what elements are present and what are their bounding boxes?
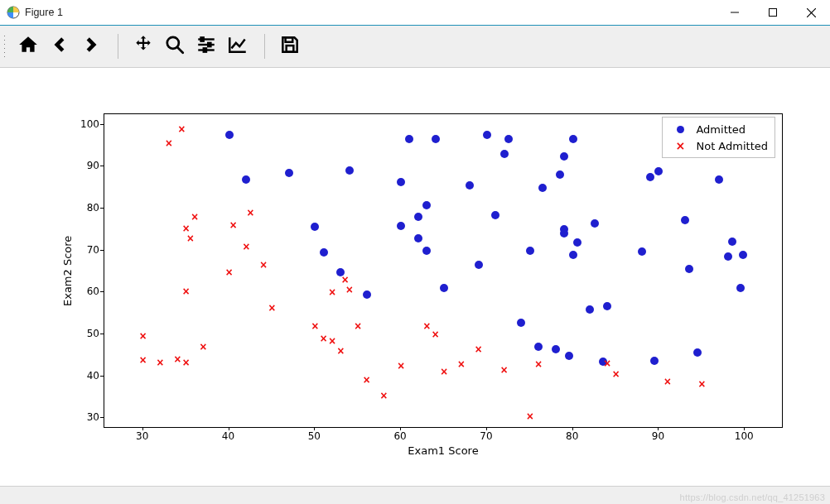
x-tick-label: 100 (735, 430, 754, 442)
window-controls (716, 0, 830, 25)
point-admitted (586, 305, 594, 314)
y-tick-label: 90 (75, 160, 99, 171)
svg-line-6 (177, 47, 183, 53)
svg-rect-10 (201, 37, 204, 41)
scatter-axes (104, 113, 783, 428)
legend-entry-not-admitted: × Not Admitted (669, 137, 768, 154)
point-admitted (560, 152, 568, 161)
pan-button[interactable] (128, 31, 158, 61)
point-not-admitted (533, 359, 543, 369)
forward-button[interactable] (76, 31, 106, 61)
home-button[interactable] (13, 31, 43, 61)
point-admitted (552, 345, 560, 353)
point-admitted (466, 181, 474, 190)
legend-label: Admitted (696, 123, 746, 136)
point-admitted (517, 319, 525, 327)
point-admitted (363, 290, 371, 299)
point-admitted (650, 357, 659, 365)
app-icon (7, 6, 20, 19)
minimize-button[interactable] (716, 0, 754, 25)
point-admitted (491, 211, 499, 219)
configure-subplots-button[interactable] (191, 31, 221, 61)
point-admitted (685, 265, 693, 273)
window-title: Figure 1 (25, 7, 63, 18)
maximize-button[interactable] (754, 0, 792, 25)
point-admitted (320, 248, 328, 257)
point-not-admitted (190, 212, 200, 222)
toolbar-separator (264, 34, 265, 59)
point-admitted (638, 247, 646, 256)
point-not-admitted (335, 346, 345, 356)
legend-entry-admitted: Admitted (669, 121, 768, 137)
y-tick-label: 80 (75, 202, 99, 214)
figure-canvas[interactable]: 3040506070809010030405060708090100 Exam1… (0, 68, 830, 486)
point-not-admitted (439, 367, 449, 377)
pan-icon (133, 34, 154, 59)
point-not-admitted (327, 336, 337, 346)
point-not-admitted (396, 361, 406, 371)
legend-marker-dot (669, 126, 691, 133)
y-tick-label: 70 (75, 244, 99, 256)
zoom-button[interactable] (160, 31, 190, 61)
point-admitted (693, 348, 702, 357)
point-admitted (560, 229, 568, 238)
point-admitted (681, 216, 689, 224)
svg-rect-12 (204, 48, 206, 51)
x-tick-label: 30 (136, 430, 148, 442)
point-not-admitted (229, 220, 239, 230)
point-not-admitted (697, 379, 707, 389)
point-not-admitted (456, 359, 466, 369)
point-admitted (397, 178, 405, 186)
point-not-admitted (663, 377, 673, 386)
point-admitted (724, 252, 732, 261)
point-admitted (345, 166, 354, 175)
point-admitted (715, 175, 723, 184)
point-not-admitted (258, 260, 268, 270)
x-tick-label: 60 (393, 430, 406, 442)
point-not-admitted (186, 233, 195, 243)
point-admitted (736, 284, 745, 292)
point-admitted (569, 251, 577, 259)
point-admitted (565, 352, 573, 360)
point-admitted (225, 131, 234, 139)
point-admitted (500, 150, 509, 158)
svg-rect-13 (286, 37, 293, 41)
point-not-admitted (327, 287, 337, 297)
point-admitted (414, 213, 422, 221)
point-not-admitted (362, 375, 372, 385)
point-not-admitted (345, 285, 355, 295)
subplots-icon (195, 34, 217, 59)
point-not-admitted (181, 286, 191, 296)
forward-icon (80, 34, 102, 59)
svg-rect-11 (208, 43, 210, 46)
point-not-admitted (245, 208, 255, 218)
point-admitted (422, 201, 431, 209)
point-admitted (405, 135, 413, 143)
toolbar-separator (118, 34, 118, 59)
y-tick-label: 50 (75, 328, 99, 339)
point-not-admitted (310, 321, 320, 331)
point-not-admitted (499, 365, 509, 375)
point-admitted (422, 247, 431, 255)
legend: Admitted × Not Admitted (662, 117, 775, 158)
point-not-admitted (181, 358, 191, 367)
back-icon (49, 34, 70, 59)
point-not-admitted (164, 138, 174, 148)
back-button[interactable] (45, 31, 75, 61)
point-admitted (739, 251, 747, 259)
x-tick-label: 90 (652, 430, 664, 442)
point-admitted (504, 135, 513, 143)
x-tick-label: 80 (566, 430, 578, 442)
point-admitted (311, 223, 319, 231)
point-admitted (483, 131, 491, 139)
edit-axis-button[interactable] (223, 31, 253, 61)
y-tick-label: 40 (75, 370, 99, 382)
save-button[interactable] (275, 31, 305, 61)
point-admitted (242, 175, 250, 184)
point-admitted (603, 302, 611, 310)
close-button[interactable] (792, 0, 830, 25)
point-not-admitted (431, 329, 441, 339)
point-admitted (432, 135, 440, 143)
point-admitted (397, 222, 405, 230)
point-not-admitted (525, 411, 535, 421)
